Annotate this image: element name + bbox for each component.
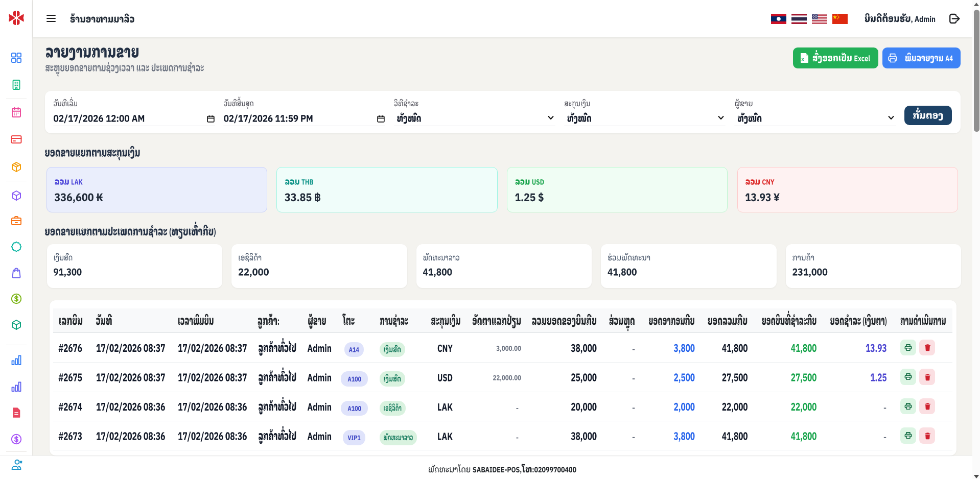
svg-text:x: x — [801, 57, 804, 62]
